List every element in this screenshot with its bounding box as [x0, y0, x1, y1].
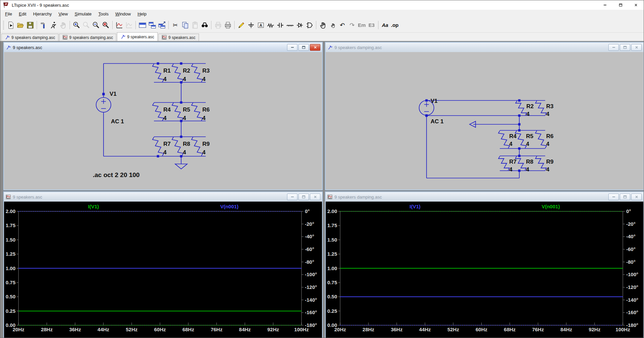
- copy-button[interactable]: [180, 20, 190, 30]
- waveform-window-9-speakers-damping: 9 speakers damping.asc 2.001.751.501.251…: [325, 192, 644, 338]
- print-preview-button: [213, 20, 223, 30]
- drag-icon: [329, 21, 337, 29]
- move-button[interactable]: [318, 20, 328, 30]
- window-titlebar[interactable]: 9 speakers damping.asc: [326, 43, 643, 52]
- menu-view[interactable]: View: [55, 10, 71, 17]
- window-titlebar[interactable]: 9 speakers damping.asc: [326, 192, 643, 202]
- app-titlebar[interactable]: LTspice XVII - 9 speakers.asc: [0, 0, 644, 10]
- x-axis-label: 84Hz: [239, 327, 251, 332]
- maximize-button[interactable]: [298, 194, 309, 200]
- find-button[interactable]: [200, 20, 209, 30]
- place-resistor-button[interactable]: [266, 20, 275, 30]
- close-button[interactable]: [631, 44, 642, 51]
- app-maximize-button[interactable]: [613, 0, 628, 10]
- run-simulation-button[interactable]: [48, 20, 58, 30]
- close-icon: [635, 195, 638, 199]
- tile-horizontally-button[interactable]: [147, 20, 157, 30]
- window-titlebar[interactable]: 9 speakers.asc: [4, 43, 322, 52]
- waveform-icon: [162, 35, 167, 40]
- zoom-full-extents-button[interactable]: [101, 20, 111, 30]
- place-diode-button[interactable]: [295, 20, 305, 30]
- x-axis-label: 100Hz: [294, 327, 309, 332]
- waveform-panel[interactable]: 2.001.751.501.251.000.750.500.250.000°-2…: [4, 202, 322, 338]
- menu-help[interactable]: Help: [134, 10, 150, 17]
- waveform-plot: 2.001.751.501.251.000.750.500.250.000°-2…: [326, 202, 643, 338]
- tab-2-9-speakers-damping-asc[interactable]: 9 speakers damping.asc: [59, 34, 116, 41]
- maximize-button[interactable]: [298, 44, 309, 51]
- cut-button[interactable]: ✂: [170, 20, 180, 30]
- close-button[interactable]: [631, 194, 642, 200]
- halt-icon: [59, 21, 67, 29]
- open-button[interactable]: [15, 20, 25, 30]
- maximize-button[interactable]: [620, 44, 630, 51]
- minimize-button[interactable]: [287, 44, 297, 51]
- spice-directive-button[interactable]: .op: [390, 20, 400, 30]
- place-ground-icon: [247, 21, 255, 29]
- legend-label: I(V1): [88, 204, 99, 209]
- tab-1-9-speakers-damping-asc[interactable]: 9 speakers damping.asc: [1, 34, 58, 41]
- right-axis-label: -100°: [626, 271, 638, 277]
- left-axis-label: 1.25: [6, 251, 15, 257]
- place-capacitor-button[interactable]: [275, 20, 285, 30]
- close-button[interactable]: [310, 44, 320, 51]
- zoom-in-button[interactable]: [72, 20, 81, 30]
- right-axis-label: -40°: [305, 234, 314, 239]
- schematic-canvas[interactable]: R14R24R34R44R54R64R74R84R94V1AC 1.ac oct…: [4, 52, 320, 187]
- component-value: 4: [163, 149, 167, 156]
- run-button[interactable]: [6, 20, 15, 30]
- component-value: 4: [202, 149, 206, 156]
- menu-edit[interactable]: Edit: [15, 10, 30, 17]
- menu-tools[interactable]: Tools: [95, 10, 112, 17]
- x-axis-label: 84Hz: [560, 327, 572, 332]
- left-axis-label: 0.75: [6, 280, 15, 285]
- schematic-canvas[interactable]: R24R34R44R54R64R74R84R94V1AC 1: [326, 52, 641, 187]
- draw-wire-button[interactable]: [236, 20, 246, 30]
- tab-4-9-speakers-asc[interactable]: 9 speakers.asc: [158, 34, 199, 41]
- component-ref: R7: [163, 141, 171, 147]
- zoom-out-button[interactable]: [91, 20, 101, 30]
- minimize-button[interactable]: [287, 194, 297, 200]
- waveform-panel[interactable]: 2.001.751.501.251.000.750.500.250.000°-2…: [326, 202, 643, 338]
- control-panel-button[interactable]: [39, 20, 48, 30]
- open-icon: [16, 21, 25, 29]
- menu-window[interactable]: Window: [112, 10, 134, 17]
- right-axis-label: -80°: [305, 259, 314, 265]
- component-value: 4: [163, 115, 167, 121]
- app-close-button[interactable]: [628, 0, 644, 10]
- component-value: 4: [202, 115, 206, 121]
- autorange-y-axis-button[interactable]: [114, 20, 124, 30]
- schematic-window-9-speakers: 9 speakers.asc R14R24R34R44R54R64R74R84R…: [3, 42, 323, 190]
- place-capacitor-icon: [276, 21, 284, 29]
- x-axis-label: 44Hz: [97, 327, 109, 332]
- drag-button[interactable]: [328, 20, 337, 30]
- undo-button[interactable]: ↶: [337, 20, 347, 30]
- menu-hierarchy[interactable]: Hierarchy: [30, 10, 55, 17]
- mdi-area: 9 speakers.asc R14R24R34R44R54R64R74R84R…: [0, 41, 644, 338]
- tab-3-9-speakers-asc[interactable]: 9 speakers.asc: [117, 32, 158, 41]
- label-net-button[interactable]: A: [256, 20, 266, 30]
- app-minimize-button[interactable]: [597, 0, 613, 10]
- menu-file[interactable]: File: [2, 10, 15, 17]
- close-button[interactable]: [310, 194, 320, 200]
- place-ground-button[interactable]: [246, 20, 256, 30]
- window-titlebar[interactable]: 9 speakers.asc: [4, 192, 322, 202]
- window-title: 9 speakers damping.asc: [334, 195, 382, 200]
- menu-simulate[interactable]: Simulate: [71, 10, 95, 17]
- cascade-windows-button[interactable]: [157, 20, 167, 30]
- print-button[interactable]: [223, 20, 233, 30]
- waveform-window-9-speakers: 9 speakers.asc 2.001.751.501.251.000.750…: [3, 192, 323, 338]
- left-axis-label: 1.25: [327, 251, 337, 257]
- place-inductor-button[interactable]: [285, 20, 295, 30]
- component-ref: R9: [546, 159, 554, 165]
- maximize-button[interactable]: [620, 194, 630, 200]
- save-button[interactable]: [25, 20, 35, 30]
- left-axis-label: 1.75: [327, 222, 337, 228]
- minimize-button[interactable]: [608, 44, 619, 51]
- tile-vertically-button[interactable]: [137, 20, 147, 30]
- toolbar-separator: [168, 21, 169, 29]
- close-icon: [314, 46, 317, 49]
- add-text-button[interactable]: Aa: [380, 20, 390, 30]
- waveform-plot: 2.001.751.501.251.000.750.500.250.000°-2…: [4, 202, 322, 338]
- minimize-button[interactable]: [608, 194, 619, 200]
- place-component-button[interactable]: [305, 20, 314, 30]
